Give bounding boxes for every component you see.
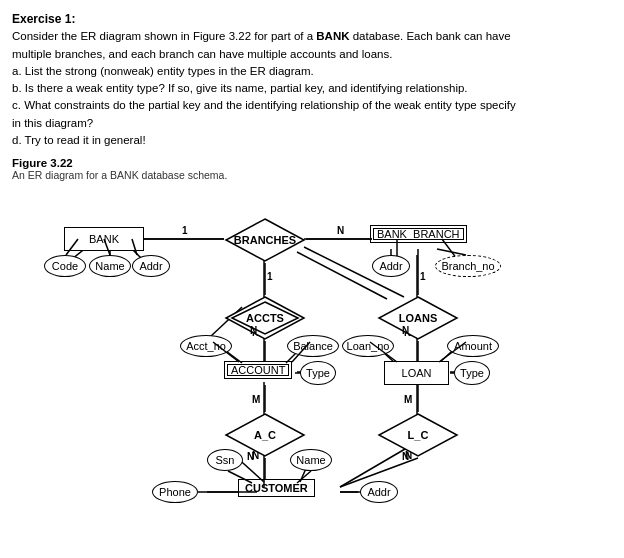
card-account-m: M bbox=[252, 394, 260, 405]
exercise-line-6: in this diagram? bbox=[12, 117, 93, 129]
attr-name-bank: Name bbox=[89, 255, 131, 277]
lc-label: L_C bbox=[377, 412, 459, 458]
page: Exercise 1: Consider the ER diagram show… bbox=[0, 0, 624, 558]
card-loans-1: 1 bbox=[420, 271, 426, 282]
svg-line-52 bbox=[437, 249, 466, 255]
card-bank-branches-1: 1 bbox=[182, 225, 188, 236]
attr-addr-bank: Addr bbox=[132, 255, 170, 277]
customer-label: CUSTOMER bbox=[245, 482, 308, 494]
figure-section: Figure 3.22 An ER diagram for a BANK dat… bbox=[12, 157, 612, 527]
attr-type-loan: Type bbox=[454, 361, 490, 385]
card-loan-m: M bbox=[404, 394, 412, 405]
exercise-line-4: b. Is there a weak entity type? If so, g… bbox=[12, 82, 468, 94]
figure-title: Figure 3.22 bbox=[12, 157, 612, 169]
bank-branch-entity: BANK_BRANCH bbox=[370, 225, 467, 243]
accts-relationship: ACCTS bbox=[224, 295, 306, 341]
card-branches-n: N bbox=[337, 225, 344, 236]
exercise-title: Exercise 1: bbox=[12, 12, 75, 26]
accts-label: ACCTS bbox=[224, 295, 306, 341]
exercise-line-7: d. Try to read it in general! bbox=[12, 134, 146, 146]
attr-addr-customer: Addr bbox=[360, 481, 398, 503]
exercise-text: Exercise 1: Consider the ER diagram show… bbox=[12, 10, 612, 149]
lc-relationship: L_C bbox=[377, 412, 459, 458]
loan-entity: LOAN bbox=[384, 361, 449, 385]
card-accts-1: 1 bbox=[267, 271, 273, 282]
ac-relationship: A_C bbox=[224, 412, 306, 458]
exercise-line-3: a. List the strong (nonweak) entity type… bbox=[12, 65, 314, 77]
attr-type-account: Type bbox=[300, 361, 336, 385]
ac-label: A_C bbox=[224, 412, 306, 458]
attr-branch-no: Branch_no bbox=[435, 255, 501, 277]
branches-label: BRANCHES bbox=[224, 217, 306, 263]
exercise-line-2: multiple branches, and each branch can h… bbox=[12, 48, 392, 60]
branches-relationship: BRANCHES bbox=[224, 217, 306, 263]
loans-relationship: LOANS bbox=[377, 295, 459, 341]
exercise-line-5: c. What constraints do the partial key a… bbox=[12, 99, 516, 111]
bank-entity: BANK bbox=[64, 227, 144, 251]
loans-label: LOANS bbox=[377, 295, 459, 341]
er-diagram: 1 N 1 1 N N M M N N BANK Code Name Addr bbox=[42, 187, 622, 527]
customer-entity: CUSTOMER bbox=[238, 479, 315, 497]
exercise-line-1: Consider the ER diagram shown in Figure … bbox=[12, 30, 511, 42]
attr-code: Code bbox=[44, 255, 86, 277]
svg-line-56 bbox=[297, 252, 387, 299]
attr-addr-branch: Addr bbox=[372, 255, 410, 277]
account-entity: ACCOUNT bbox=[224, 361, 292, 379]
attr-phone: Phone bbox=[152, 481, 198, 503]
figure-subtitle: An ER diagram for a BANK database schema… bbox=[12, 169, 612, 181]
